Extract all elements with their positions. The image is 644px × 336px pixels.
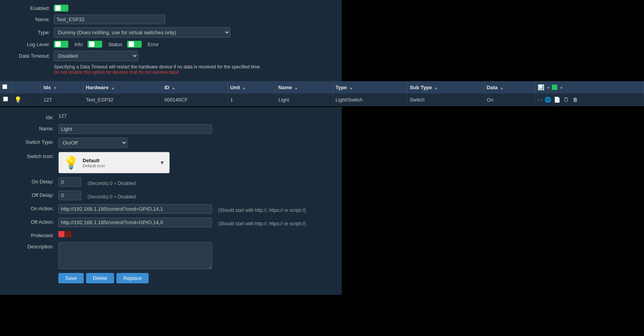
bar-chart-icon: 📊: [538, 84, 544, 90]
green-status-icon: [552, 85, 557, 90]
b-ondelay-input[interactable]: [58, 177, 81, 187]
b-onaction-content: (Should start with http://, https:// or …: [58, 204, 306, 214]
type-label: Type:: [8, 30, 50, 35]
b-onaction-input[interactable]: [58, 204, 212, 214]
th-data[interactable]: Data ▲: [484, 81, 535, 93]
table-row: 💡 127 Test_ESP32 000140CF 1 Light Light/…: [0, 93, 644, 106]
th-id[interactable]: ID ▲: [162, 81, 228, 93]
row-idx: 127: [41, 93, 83, 106]
timeout-warn: Do not enable this option for devices th…: [54, 70, 334, 75]
b-protected-row: Protected:: [8, 231, 334, 238]
web-icon[interactable]: 🌐: [544, 96, 551, 103]
idx-sort-icon: ▼: [53, 86, 57, 90]
th-icon: [12, 81, 41, 93]
subtype-sort-icon: ▲: [434, 86, 438, 90]
b-switchtype-label: Switch Type:: [8, 138, 54, 145]
b-description-row: Description:: [8, 242, 334, 269]
type-sort-icon: ▲: [349, 86, 353, 90]
th-subtype[interactable]: Sub Type ▲: [407, 81, 484, 93]
table-section: Idx ▼ Hardware ▲ ID ▲ Unit ▲ Name ▲ Type…: [0, 81, 644, 106]
b-idx-label: Idx:: [8, 113, 54, 120]
th-actions: 📊 ▲ ▲: [535, 81, 644, 93]
th-unit[interactable]: Unit ▲: [228, 81, 276, 93]
copy-icon[interactable]: 🗒: [562, 96, 570, 103]
name-row: Name:: [8, 15, 334, 24]
toggle-knob2: [61, 5, 67, 11]
row-dash2: -: [541, 97, 542, 103]
row-subtype: Switch: [407, 93, 484, 106]
b-offdelay-label: Off Delay:: [8, 191, 54, 198]
b-name-row: Name:: [8, 124, 334, 134]
data-sort-icon: ▲: [500, 86, 503, 90]
delete-button[interactable]: Delete: [86, 273, 114, 283]
save-button[interactable]: Save: [58, 273, 84, 283]
timeout-row: Data Timeout: Disabled: [8, 51, 334, 61]
row-hardware: Test_ESP32: [83, 93, 162, 106]
row-dash1: -: [538, 97, 539, 103]
row-checkbox[interactable]: [3, 96, 8, 101]
th-checkbox: [0, 81, 12, 93]
b-ondelay-hint: (Seconds) 0 = Disabled: [88, 178, 136, 186]
th-type[interactable]: Type ▲: [333, 81, 407, 93]
log-status-label: Status: [108, 42, 123, 47]
b-switchicon-dropdown[interactable]: 💡 Default Default icon ▼: [58, 152, 170, 173]
table-header-row: Idx ▼ Hardware ▲ ID ▲ Unit ▲ Name ▲ Type…: [0, 81, 644, 93]
bottom-panel: Idx: 127 Name: Switch Type: On/Off Push …: [0, 107, 342, 295]
b-offaction-hint: (Should start with http://, https:// or …: [218, 219, 306, 226]
bulb-icon: 💡: [14, 96, 22, 103]
b-onaction-row: On Action: (Should start with http://, h…: [8, 204, 334, 214]
unit-sort-icon: ▲: [242, 86, 246, 90]
name-sort-icon: ▲: [295, 86, 298, 90]
type-select[interactable]: Dummy (Does nothing, use for virtual swi…: [54, 27, 230, 38]
b-description-input[interactable]: [58, 242, 212, 269]
b-buttons-row: Save Delete Replace: [58, 273, 334, 283]
log-info-toggle[interactable]: [54, 41, 68, 48]
b-name-input[interactable]: [58, 124, 212, 134]
bar-sort-icon: ▲: [547, 85, 550, 89]
row-actions-cell: - - 🌐 📄 🗒 🗑: [535, 93, 644, 106]
b-switchtype-row: Switch Type: On/Off Push On Push Off Dim…: [8, 138, 334, 148]
row-data: On: [484, 93, 535, 106]
switch-icon-bulb: 💡: [63, 155, 79, 170]
name-input[interactable]: [54, 15, 165, 24]
log-status-toggle[interactable]: [88, 41, 102, 48]
th-name[interactable]: Name ▲: [276, 81, 333, 93]
b-offaction-input[interactable]: [58, 218, 212, 227]
log-toggle-group: Info Status Error: [54, 41, 159, 48]
timeout-note: Specifying a Data Timeout will restart t…: [54, 64, 334, 70]
b-offdelay-input[interactable]: [58, 191, 81, 200]
b-onaction-label: On Action:: [8, 204, 54, 211]
top-panel: Enabled: Name: Type: Dummy (Does nothing…: [0, 0, 342, 81]
b-offaction-label: Off Action:: [8, 218, 54, 225]
delete-icon[interactable]: 🗑: [571, 96, 579, 103]
b-offaction-content: (Should start with http://, https:// or …: [58, 218, 306, 227]
edit-icon[interactable]: 📄: [553, 96, 561, 103]
b-offdelay-row: Off Delay: (Seconds) 0 = Disabled: [8, 191, 334, 200]
b-switchicon-label: Switch Icon:: [8, 152, 54, 159]
b-idx-value: 127: [58, 113, 67, 119]
hardware-sort-icon: ▲: [111, 86, 114, 90]
row-action-icons: - - 🌐 📄 🗒 🗑: [538, 96, 641, 103]
b-switchicon-row: Switch Icon: 💡 Default Default icon ▼: [8, 152, 334, 173]
name-label: Name:: [8, 17, 50, 22]
row-type: Light/Switch: [333, 93, 407, 106]
switch-icon-text: Default Default icon: [83, 158, 105, 168]
enabled-toggle[interactable]: [54, 5, 68, 12]
replace-button[interactable]: Replace: [116, 273, 149, 283]
b-ondelay-label: On Delay:: [8, 177, 54, 185]
enabled-label: Enabled:: [8, 5, 50, 11]
th-idx[interactable]: Idx ▼: [41, 81, 83, 93]
b-idx-row: Idx: 127: [8, 113, 334, 120]
th-icons: 📊 ▲ ▲: [538, 84, 641, 90]
log-row: Log Level: Info Status Error: [8, 41, 334, 48]
th-hardware[interactable]: Hardware ▲: [83, 81, 162, 93]
log-label: Log Level:: [8, 42, 50, 47]
b-protected-toggle[interactable]: [58, 231, 71, 237]
b-switchtype-select[interactable]: On/Off Push On Push Off Dimmer: [58, 138, 127, 148]
timeout-select[interactable]: Disabled: [54, 51, 138, 61]
log-error-toggle[interactable]: [127, 41, 142, 48]
b-offdelay-hint: (Seconds) 0 = Disabled: [88, 192, 136, 200]
select-all-checkbox[interactable]: [2, 84, 7, 89]
b-name-label: Name:: [8, 124, 54, 131]
enabled-row: Enabled:: [8, 5, 334, 12]
